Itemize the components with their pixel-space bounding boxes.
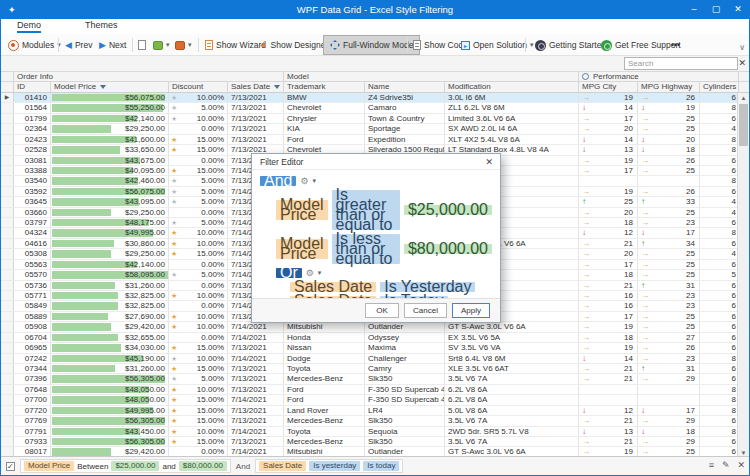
table-row[interactable]: 07344$31,260.00★15.00%7/13/2021ToyotaCam…	[1, 364, 739, 374]
filter-funnel-icon[interactable]	[274, 85, 280, 89]
column-header-trademark[interactable]: Trademark	[284, 82, 365, 92]
table-row[interactable]: 07396$56,305.00★5.00%7/13/2021Mercedes-B…	[1, 374, 739, 384]
table-row[interactable]: 07648$48,050.00★10.00%7/13/2021FordF-350…	[1, 385, 739, 395]
column-header-mpg-highway[interactable]: MPG Highway	[638, 82, 700, 92]
column-header-cylinders[interactable]: Cylinders	[700, 82, 739, 92]
filter-value-chip[interactable]: $80,000.00	[179, 461, 227, 471]
column-header-id[interactable]: ID	[14, 82, 51, 92]
filter-list-icon[interactable]: ≡	[709, 460, 714, 470]
filter-operator-chip[interactable]: Is today	[363, 461, 399, 471]
table-row[interactable]: 07242$45,190.00★10.00%7/14/2021DodgeChal…	[1, 354, 739, 364]
apply-button[interactable]: Apply	[452, 303, 490, 318]
chevron-down-icon[interactable]: ▾	[318, 269, 322, 277]
modules-button[interactable]: Modules▾	[8, 38, 61, 52]
show-designer-button[interactable]: ➤Show Designer	[260, 38, 328, 52]
column-header-mpg-city[interactable]: MPG City	[579, 82, 638, 92]
scroll-up-icon[interactable]: ▲	[738, 93, 749, 103]
filter-value-chip[interactable]: $25,000.00	[111, 461, 159, 471]
mpg-value: 17	[624, 312, 633, 321]
table-row[interactable]: 01799$42,140.00★10.00%7/13/2021ChryslerT…	[1, 114, 739, 124]
condition-operator-chip[interactable]: Is less than or equal to	[332, 234, 400, 264]
filter-enabled-checkbox[interactable]	[6, 462, 15, 471]
filter-operator-chip[interactable]: Is yesterday	[309, 461, 360, 471]
table-row[interactable]: 07933$56,305.00★15.00%7/13/2021Mercedes-…	[1, 437, 739, 447]
band-performance[interactable]: Performance	[579, 72, 739, 81]
filter-condition-group-date[interactable]: Sales DateIs yesterdayIs today	[255, 459, 403, 473]
table-row[interactable]: ▶01410$56,075.00★10.00%7/13/2021BMWZ4 Sd…	[1, 93, 739, 103]
search-input[interactable]	[624, 57, 738, 70]
prev-button[interactable]: ◀Prev	[65, 38, 92, 52]
column-header-sales-date[interactable]: Sales Date	[228, 82, 284, 92]
band-indicator[interactable]	[1, 72, 14, 81]
condition-field-chip[interactable]: Model Price	[276, 200, 328, 220]
filter-condition-group-price[interactable]: Model PriceBetween$25,000.00and$80,000.0…	[20, 459, 231, 473]
table-row[interactable]: 05908$29,420.00★10.00%7/14/2021Mitsubish…	[1, 322, 739, 332]
maximize-button[interactable]: ▢	[709, 4, 723, 14]
chevron-down-icon[interactable]: ▾	[313, 177, 317, 185]
group-operator-chip[interactable]: Or	[276, 268, 302, 278]
get-free-support-button[interactable]: Get Free Support	[601, 38, 681, 52]
close-button[interactable]: ✕	[731, 4, 745, 14]
ribbon-collapse-icon[interactable]: ∨	[739, 43, 745, 52]
open-solution-button[interactable]: ▸Open Solution▾	[461, 38, 533, 52]
vertical-scrollbar[interactable]: ▲ ▼	[737, 93, 749, 458]
getting-started-button[interactable]: Getting Started	[535, 38, 606, 52]
trend-flat-icon: →	[582, 218, 590, 227]
cell-cylinders: 6	[700, 437, 739, 446]
condition-operator-chip[interactable]: Is greater than or equal to	[332, 190, 400, 230]
condition-field-chip[interactable]: Model Price	[276, 239, 328, 259]
search-panel-close-icon[interactable]: ✕	[738, 58, 746, 68]
condition-operator-chip[interactable]: Is Yesterday	[380, 282, 475, 292]
root-operator-chip[interactable]: And	[260, 176, 296, 186]
gear-icon[interactable]: ⚙	[306, 268, 314, 278]
condition-value-chip[interactable]: $80,000.00	[404, 244, 492, 254]
price-value: $42,140.00	[125, 260, 165, 269]
band-model[interactable]: Model	[284, 72, 579, 81]
column-header-filler	[739, 82, 750, 92]
close-filter-icon[interactable]: ✕	[737, 460, 745, 470]
column-header-name[interactable]: Name	[365, 82, 445, 92]
table-row[interactable]: 02423$41,600.00★15.00%7/13/2021FordExped…	[1, 135, 739, 145]
cell-sales-date: 7/14/2021	[228, 333, 284, 342]
trend-down-icon: ↓	[641, 145, 645, 154]
band-filler[interactable]	[739, 72, 750, 81]
dialog-close-icon[interactable]: ✕	[485, 154, 493, 170]
toolbar-overflow-button[interactable]: •••	[671, 38, 680, 52]
condition-field-chip[interactable]: Sales Date	[290, 282, 376, 292]
document-button[interactable]	[138, 38, 146, 52]
theme-palette-button-2[interactable]: ▾	[175, 38, 192, 52]
full-window-mode-button[interactable]: Full-Window Mode	[323, 35, 420, 55]
table-row[interactable]: 06704$32,655.000.00%7/14/2021HondaOdysse…	[1, 333, 739, 343]
cell-discount: ★10.00%	[169, 114, 228, 123]
tab-demo[interactable]: Demo	[17, 20, 41, 33]
show-code-button[interactable]: Show Code	[413, 38, 468, 52]
scrollbar-thumb[interactable]	[739, 104, 748, 146]
tab-themes[interactable]: Themes	[85, 20, 118, 30]
table-row[interactable]: 06965$34,030.00★15.00%7/13/2021NissanMax…	[1, 343, 739, 353]
filter-field-chip[interactable]: Model Price	[24, 461, 74, 471]
price-value: $29,250.00	[125, 249, 165, 258]
ok-button[interactable]: OK	[365, 303, 399, 318]
band-order-info[interactable]: Order Info	[14, 72, 284, 81]
table-row[interactable]: 02364$29,250.000.00%7/13/2021KIASportage…	[1, 124, 739, 134]
column-header-model-price[interactable]: Model Price	[51, 82, 169, 92]
theme-palette-button[interactable]: ▾	[153, 38, 170, 52]
edit-filter-icon[interactable]: ✎	[722, 460, 730, 470]
filter-field-chip[interactable]: Sales Date	[259, 461, 306, 471]
column-header-modification[interactable]: Modification	[445, 82, 579, 92]
next-button[interactable]: ▶Next	[99, 38, 126, 52]
table-row[interactable]: 07720$49,995.00★15.00%7/13/2021Land Rove…	[1, 406, 739, 416]
palette-orange-icon	[175, 41, 185, 50]
table-row[interactable]: 07791$43,450.00★10.00%7/14/2021ToyotaSeq…	[1, 427, 739, 437]
gear-icon[interactable]: ⚙	[300, 176, 308, 186]
condition-value-chip[interactable]: $25,000.00	[404, 205, 492, 215]
table-row[interactable]: 07700$48,050.00★15.00%7/14/2021FordF-350…	[1, 395, 739, 405]
table-row[interactable]: 01564$55,250.00★5.00%7/13/2021ChevroletC…	[1, 103, 739, 113]
filter-funnel-icon[interactable]	[100, 85, 106, 89]
discount-value: 10.00%	[197, 228, 224, 237]
minimize-button[interactable]: –	[687, 4, 701, 14]
row-indicator	[1, 416, 14, 425]
table-row[interactable]: 07769$56,305.00★15.00%7/13/2021Mercedes-…	[1, 416, 739, 426]
column-header-discount[interactable]: Discount	[169, 82, 228, 92]
cancel-button[interactable]: Cancel	[404, 303, 447, 318]
